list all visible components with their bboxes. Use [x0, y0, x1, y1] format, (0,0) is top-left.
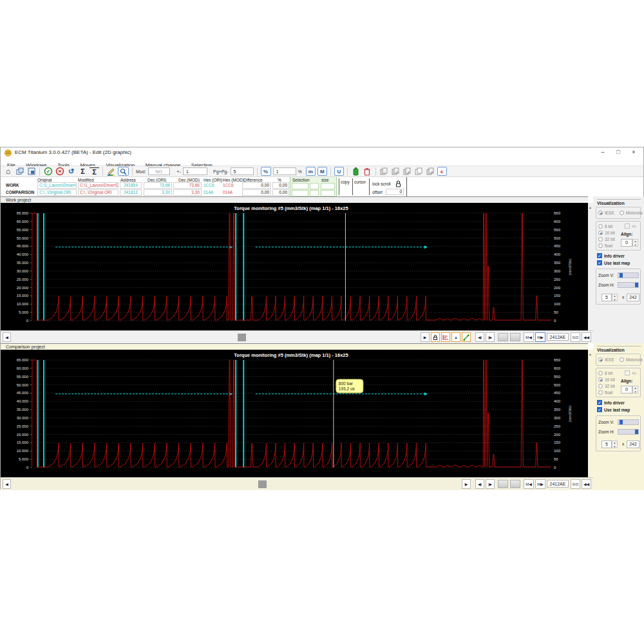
motorola-radio[interactable] — [620, 211, 624, 215]
address-field[interactable]: 2412AE — [547, 333, 569, 341]
comparison-address[interactable]: 241812 — [120, 189, 142, 196]
percent-button[interactable]: % — [261, 167, 271, 176]
selection-field[interactable] — [292, 183, 308, 189]
work-chart-canvas[interactable]: 65.00065060.00060055.00055050.00050045.0… — [1, 203, 588, 330]
selection-field[interactable] — [310, 183, 319, 189]
work-modified-path[interactable]: C:\1_Lavoro\Driver\DR — [78, 182, 118, 189]
magnifier-icon[interactable] — [118, 167, 129, 176]
comparison-modified-path[interactable]: C:\..\Original.ORI — [78, 189, 118, 196]
copy-c-button[interactable]: c — [437, 167, 447, 176]
zoom-v-slider[interactable] — [618, 272, 639, 278]
collapse-arrow-icon[interactable]: ▲ — [589, 205, 592, 209]
align-spinner-arrows[interactable]: ▲▼ — [632, 386, 638, 393]
play-button[interactable]: ▶ — [421, 332, 430, 342]
mod-value-field[interactable]: NO — [148, 167, 170, 175]
home-icon[interactable]: ⌂ — [3, 167, 13, 176]
padlock-icon[interactable] — [395, 180, 402, 189]
address-field[interactable]: 2412AE — [547, 480, 569, 488]
selection-field[interactable] — [292, 190, 308, 196]
collapse-arrow-icon[interactable]: ▲ — [589, 352, 592, 356]
size-field[interactable] — [321, 190, 335, 196]
size-field[interactable] — [321, 183, 335, 189]
scroll-left-button[interactable]: ◀ — [3, 479, 11, 489]
percent-value-field[interactable]: 1 — [273, 167, 296, 175]
axis-view-button[interactable] — [441, 332, 450, 342]
work-address[interactable]: 241854 — [120, 182, 142, 189]
export-window-icon[interactable] — [26, 167, 36, 176]
ieee-radio[interactable] — [598, 211, 603, 215]
comparison-dec-mod[interactable]: 3,30 — [173, 189, 202, 196]
close-button[interactable]: × — [627, 148, 641, 156]
first-map-button[interactable]: ◀◀ — [582, 332, 591, 342]
copy-selection-icon[interactable]: x — [391, 167, 401, 176]
grid-spinner-arrows[interactable]: ▲▼ — [612, 294, 618, 301]
prev-map-button[interactable]: M◀ — [524, 479, 534, 489]
bit32-radio[interactable] — [598, 237, 603, 242]
step-back-button[interactable]: ◀| — [475, 332, 484, 342]
next-map-button[interactable]: M▶ — [535, 332, 545, 342]
sigma-avg-icon[interactable]: Σ — [90, 167, 99, 175]
lock-button[interactable] — [431, 332, 440, 342]
zoom-v-handle[interactable] — [620, 273, 623, 278]
width-field[interactable]: 242 — [627, 294, 639, 301]
zoom-v-handle[interactable] — [620, 420, 623, 424]
sigma-icon[interactable]: Σ — [78, 167, 88, 176]
float-radio[interactable] — [598, 243, 603, 248]
scrollbar-thumb[interactable] — [258, 480, 267, 488]
comparison-original-path[interactable]: C:\..\Original.ORI — [37, 189, 77, 196]
plusminus-checkbox[interactable] — [625, 223, 630, 229]
paste-map-icon[interactable] — [414, 167, 424, 176]
plusminus-checkbox[interactable] — [625, 370, 630, 375]
grid-spinner[interactable]: 5 — [601, 440, 612, 448]
bit8-radio[interactable] — [598, 371, 603, 375]
align-spinner-arrows[interactable]: ▲▼ — [632, 239, 638, 247]
battery-icon[interactable] — [351, 167, 361, 176]
page-value-field[interactable]: 5 — [231, 167, 254, 175]
info-driver-checkbox[interactable]: ✓ — [597, 400, 602, 405]
work-original-path[interactable]: C:\1_Lavoro\Driver\OR — [37, 182, 77, 189]
selection-field[interactable] — [310, 190, 319, 196]
bit32-radio[interactable] — [598, 384, 603, 388]
minimize-button[interactable]: – — [596, 148, 610, 156]
zoom-h-handle[interactable] — [635, 283, 638, 287]
next-map-button[interactable]: M▶ — [535, 479, 545, 489]
grid-spinner-arrows[interactable]: ▲▼ — [612, 440, 618, 448]
min-button[interactable]: m — [306, 167, 316, 176]
zoom-h-slider[interactable] — [618, 282, 639, 288]
cancel-icon[interactable]: × — [55, 167, 64, 176]
ieee-radio[interactable] — [598, 357, 603, 362]
go-button[interactable]: GO — [571, 479, 580, 489]
go-button[interactable]: GO — [571, 332, 580, 342]
step-forward-button[interactable]: |▶ — [486, 479, 495, 489]
width-field[interactable]: 242 — [627, 440, 639, 448]
offset-field[interactable]: 0 — [386, 189, 404, 195]
paste-selection-icon[interactable]: o — [426, 167, 435, 176]
bit16-radio[interactable] — [598, 377, 603, 382]
first-map-button[interactable]: ◀◀ — [582, 479, 591, 489]
confirm-icon[interactable]: ✓ — [43, 167, 53, 176]
step-value-field[interactable]: 1 — [183, 167, 207, 175]
zoom-h-handle[interactable] — [635, 430, 638, 434]
prev-map-button[interactable]: M◀ — [524, 332, 534, 342]
float-radio[interactable] — [598, 390, 603, 395]
use-last-map-checkbox[interactable]: ✓ — [597, 407, 602, 412]
step-forward-button[interactable]: |▶ — [486, 332, 495, 342]
grid-spinner[interactable]: 5 — [601, 294, 612, 301]
maximize-button[interactable]: □ — [611, 148, 625, 156]
undo-icon[interactable]: ↺ — [66, 167, 76, 176]
comparison-chart-canvas[interactable]: 65.00065060.00060055.00055050.00050045.0… — [1, 350, 588, 477]
copy-map-icon[interactable] — [379, 167, 389, 176]
motorola-radio[interactable] — [620, 357, 624, 362]
info-driver-checkbox[interactable]: ✓ — [597, 253, 602, 258]
play-button[interactable]: ▶ — [462, 479, 471, 489]
bit16-radio[interactable] — [598, 231, 603, 235]
work-dec-ori[interactable]: 73,66 — [144, 182, 172, 189]
copy-all-icon[interactable]: x — [402, 167, 412, 176]
edit-pencil-icon[interactable] — [106, 167, 116, 176]
step-back-button[interactable]: ◀| — [475, 479, 484, 489]
align-spinner[interactable]: 0 — [621, 239, 632, 247]
bit8-radio[interactable] — [598, 224, 603, 229]
zoom-h-slider[interactable] — [618, 429, 639, 435]
use-last-map-checkbox[interactable]: ✓ — [597, 260, 602, 265]
zoom-v-slider[interactable] — [618, 419, 639, 425]
